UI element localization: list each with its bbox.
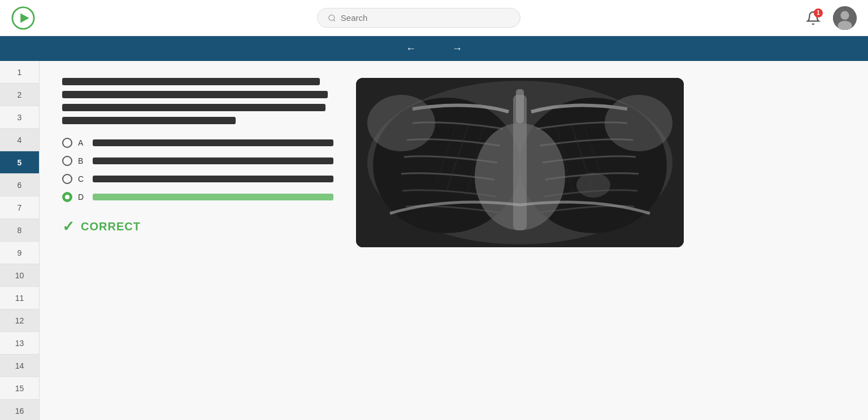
sidebar-item-12[interactable]: 12 [0, 309, 39, 332]
radio-a[interactable] [62, 138, 72, 148]
xray-svg [356, 78, 684, 247]
question-text [62, 78, 333, 124]
logo-icon [11, 6, 35, 30]
option-letter-d: D [78, 193, 87, 202]
sidebar-item-11[interactable]: 11 [0, 287, 39, 309]
sidebar-item-4[interactable]: 4 [0, 129, 39, 151]
sidebar-item-7[interactable]: 7 [0, 196, 39, 219]
option-letter-c: C [78, 174, 87, 183]
option-letter-b: B [78, 156, 87, 165]
xray-image [356, 78, 684, 247]
sidebar: 1 2 3 4 5 6 7 8 9 10 11 12 13 14 15 16 [0, 61, 40, 420]
question-panel: A B C D [62, 78, 333, 403]
option-b[interactable]: B [62, 156, 333, 166]
image-panel [356, 78, 845, 403]
question-line-1 [62, 78, 320, 85]
option-bar-c [93, 176, 333, 182]
content-area: A B C D [40, 61, 868, 420]
question-line-4 [62, 117, 236, 124]
option-bar-a [93, 139, 333, 146]
sidebar-item-13[interactable]: 13 [0, 332, 39, 355]
sidebar-item-8[interactable]: 8 [0, 219, 39, 242]
option-bar-b [93, 158, 333, 164]
option-a[interactable]: A [62, 138, 333, 148]
svg-marker-1 [20, 13, 29, 23]
radio-b[interactable] [62, 156, 72, 166]
top-header: 1 [0, 0, 868, 36]
radio-c[interactable] [62, 174, 72, 184]
question-line-3 [62, 104, 326, 111]
next-button[interactable]: → [445, 41, 469, 57]
sidebar-item-15[interactable]: 15 [0, 377, 39, 400]
svg-point-5 [840, 11, 849, 19]
svg-point-2 [329, 15, 335, 20]
user-avatar[interactable] [833, 6, 857, 30]
svg-point-21 [605, 95, 672, 151]
sidebar-item-5[interactable]: 5 [0, 151, 39, 174]
prev-button[interactable]: ← [399, 41, 423, 57]
avatar-icon [833, 6, 857, 30]
option-c[interactable]: C [62, 174, 333, 184]
svg-point-22 [576, 173, 610, 198]
search-icon [328, 14, 336, 23]
option-d[interactable]: D [62, 192, 333, 202]
svg-point-20 [367, 95, 435, 151]
sidebar-item-3[interactable]: 3 [0, 106, 39, 129]
options-list: A B C D [62, 138, 333, 202]
svg-line-3 [333, 19, 335, 21]
option-letter-a: A [78, 138, 87, 147]
sidebar-item-16[interactable]: 16 [0, 400, 39, 420]
header-right: 1 [802, 6, 857, 30]
sidebar-item-14[interactable]: 14 [0, 355, 39, 377]
sidebar-item-2[interactable]: 2 [0, 84, 39, 106]
notification-badge: 1 [814, 8, 823, 18]
nav-bar: ← → [0, 36, 868, 61]
sidebar-item-10[interactable]: 10 [0, 264, 39, 287]
sidebar-item-9[interactable]: 9 [0, 242, 39, 264]
logo-area [11, 6, 35, 30]
search-input[interactable] [341, 13, 510, 23]
question-line-2 [62, 91, 328, 98]
search-bar[interactable] [317, 8, 520, 28]
option-bar-d [93, 194, 333, 200]
sidebar-item-6[interactable]: 6 [0, 174, 39, 196]
result-label: ✓ CORRECT [62, 218, 333, 235]
main-layout: 1 2 3 4 5 6 7 8 9 10 11 12 13 14 15 16 [0, 61, 868, 420]
svg-rect-13 [516, 89, 524, 123]
checkmark-icon: ✓ [62, 218, 75, 235]
notification-button[interactable]: 1 [802, 7, 824, 29]
sidebar-item-1[interactable]: 1 [0, 61, 39, 84]
result-text: CORRECT [81, 220, 141, 233]
radio-d[interactable] [62, 192, 72, 202]
